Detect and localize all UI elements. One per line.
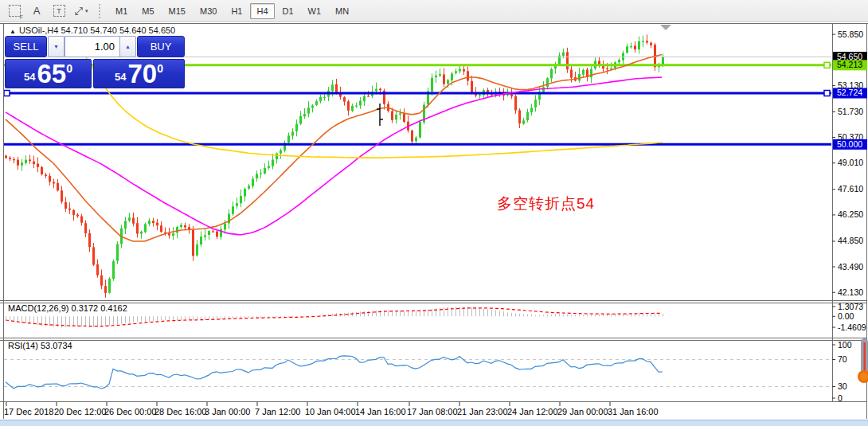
time-tick-label: 29 Jan 00:00 [557,407,608,416]
status-strip [0,420,868,426]
macd-axis-label: -1.4609 [838,322,866,332]
macd-axis-label: 1.3073 [838,302,863,311]
hline-handle-left[interactable] [4,90,10,96]
sell-price-prefix: 54 [24,71,35,83]
price-tick-label: 51.730 [838,107,863,116]
time-tick-label: 24 Jan 12:00 [507,407,558,416]
chart-title-text: USOil-,H4 54.710 54.740 54.640 54.650 [19,25,175,35]
time-tick-label: 14 Jan 16:00 [355,407,406,416]
time-tick-label: 17 Dec 2018 [4,407,53,416]
price-tick-label: 46.250 [838,209,863,219]
rsi-axis-label: 0 [838,393,843,403]
buy-button[interactable]: BUY [137,36,185,57]
price-tick-label: 49.010 [838,158,863,167]
price-tick-label: 42.130 [838,287,863,297]
price-badge-label: 52.724 [837,88,862,97]
time-tick-label: 7 Jan 12:00 [255,407,301,416]
buy-price-prefix: 54 [115,71,126,83]
time-tick-label: 10 Jan 04:00 [305,407,356,416]
sell-price-big: 65 [37,62,66,86]
time-tick-label: 20 Dec 12:00 [54,407,106,416]
buy-price-display[interactable]: 54 70 0 [93,59,185,88]
price-tick-label: 44.850 [838,236,863,245]
price-tick-label: 55.850 [838,29,863,39]
rsi-label: RSI(14) 53.0734 [8,341,72,350]
volume-input[interactable]: 1.00 [65,36,120,57]
volume-decrease-button[interactable]: ▼ [48,36,65,57]
macd-label: MACD(12,26,9) 0.3172 0.4162 [8,303,127,313]
time-tick-label: 26 Dec 00:00 [104,407,156,416]
price-tick-label: 43.490 [838,262,863,272]
sell-price-sup: 0 [66,62,72,75]
macd-axis-label: 0.00 [838,311,854,321]
thermometer-icon [849,337,868,386]
chart-text-annotation[interactable]: 多空转折点54 [497,193,595,214]
hline-handle-right[interactable] [824,62,830,68]
price-badge-label: 50.000 [837,139,862,149]
down-arrow-icon: ▼ [53,44,59,49]
sell-price-display[interactable]: 54 65 0 [5,59,92,88]
collapse-triangle-icon[interactable]: ▲ [10,28,16,35]
sell-button[interactable]: SELL [5,36,47,57]
rsi-axis-label: 70 [838,354,847,364]
price-badge-label: 54.213 [837,60,862,69]
time-tick-label: 31 Jan 16:00 [608,407,659,416]
hline-handle-right[interactable] [824,90,830,96]
chart-title: ▲USOil-,H4 54.710 54.740 54.640 54.650 [10,25,175,35]
rsi-axis-label: 30 [838,381,847,391]
time-tick-label: 3 Jan 00:00 [205,407,251,416]
volume-increase-button[interactable]: ▲ [119,36,136,57]
up-arrow-icon: ▲ [125,44,131,49]
buy-price-sup: 0 [157,62,163,75]
time-tick-label: 28 Dec 16:00 [154,407,206,416]
buy-price-big: 70 [127,62,157,86]
time-tick-label: 17 Jan 08:00 [407,407,458,416]
time-tick-label: 21 Jan 23:00 [457,407,508,416]
one-click-trading-panel: SELL ▼ 1.00 ▲ BUY 54 65 0 54 70 0 [4,36,186,88]
price-tick-label: 47.610 [838,184,863,193]
